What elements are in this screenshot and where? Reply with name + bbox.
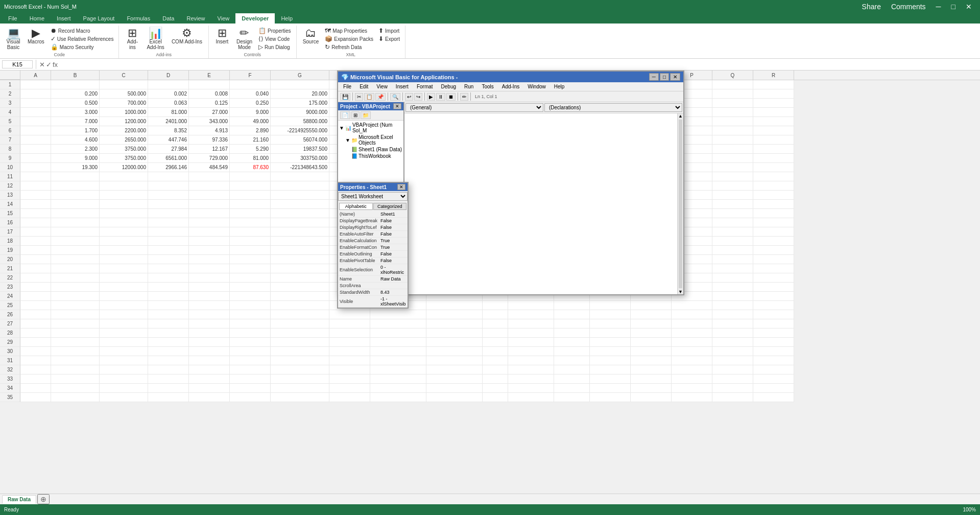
- cell-a1[interactable]: [20, 80, 51, 89]
- cell-j33[interactable]: [426, 374, 483, 384]
- cell-h28[interactable]: [329, 329, 370, 338]
- tab-developer[interactable]: Developer: [235, 13, 275, 24]
- tab-insert[interactable]: Insert: [51, 13, 77, 24]
- cell-f34[interactable]: [230, 384, 271, 393]
- cell-q10[interactable]: [712, 163, 753, 172]
- cell-c33[interactable]: [100, 374, 148, 384]
- cell-g21[interactable]: [271, 264, 329, 273]
- cell-b25[interactable]: [51, 301, 100, 310]
- vba-menu-edit[interactable]: Edit: [355, 83, 372, 90]
- cell-q22[interactable]: [712, 273, 753, 283]
- cell-r3[interactable]: [753, 99, 794, 108]
- cell-q21[interactable]: [712, 264, 753, 273]
- cell-f29[interactable]: [230, 338, 271, 347]
- cell-r18[interactable]: [753, 237, 794, 246]
- cell-p33[interactable]: [672, 374, 712, 384]
- cell-d29[interactable]: [148, 338, 189, 347]
- project-toggle-folders[interactable]: 📁: [361, 111, 371, 119]
- cell-g11[interactable]: [271, 172, 329, 181]
- cell-e34[interactable]: [189, 384, 230, 393]
- import-button[interactable]: ⬆ Import: [376, 27, 402, 35]
- cell-g15[interactable]: [271, 209, 329, 218]
- cell-a13[interactable]: [20, 191, 51, 200]
- cell-a15[interactable]: [20, 209, 51, 218]
- vba-menu-debug[interactable]: Debug: [437, 83, 460, 90]
- cell-e23[interactable]: [189, 283, 230, 292]
- cell-k31[interactable]: [483, 356, 508, 365]
- cell-l32[interactable]: [508, 365, 554, 374]
- cell-e25[interactable]: [189, 301, 230, 310]
- cell-b21[interactable]: [51, 264, 100, 273]
- prop-value[interactable]: 8.43: [379, 289, 408, 296]
- share-button[interactable]: Share: [858, 2, 885, 12]
- cell-e11[interactable]: [189, 172, 230, 181]
- cell-q30[interactable]: [712, 347, 753, 356]
- cell-f10[interactable]: 87.630: [230, 163, 271, 172]
- map-properties-button[interactable]: 🗺 Map Properties: [323, 27, 375, 35]
- cell-e4[interactable]: 27.000: [189, 108, 230, 117]
- cell-m28[interactable]: [554, 329, 590, 338]
- cell-r10[interactable]: [753, 163, 794, 172]
- design-mode-button[interactable]: ✏ DesignMode: [233, 27, 255, 51]
- cell-a22[interactable]: [20, 273, 51, 283]
- cell-h32[interactable]: [329, 365, 370, 374]
- cell-g17[interactable]: [271, 227, 329, 237]
- cell-h30[interactable]: [329, 347, 370, 356]
- prop-value[interactable]: True: [379, 238, 408, 244]
- cell-f13[interactable]: [230, 191, 271, 200]
- vba-general-combo[interactable]: (General): [405, 103, 543, 112]
- cell-r2[interactable]: [753, 89, 794, 99]
- cell-p31[interactable]: [672, 356, 712, 365]
- row-header-16[interactable]: 16: [0, 218, 20, 227]
- refresh-data-button[interactable]: ↻ Refresh Data: [323, 43, 375, 51]
- col-header-r[interactable]: R: [753, 71, 794, 80]
- cell-q12[interactable]: [712, 181, 753, 191]
- cell-a17[interactable]: [20, 227, 51, 237]
- name-box[interactable]: K15: [2, 60, 33, 68]
- cell-a9[interactable]: [20, 154, 51, 163]
- tab-help[interactable]: Help: [275, 13, 299, 24]
- cell-c27[interactable]: [100, 319, 148, 329]
- cell-a31[interactable]: [20, 356, 51, 365]
- cell-f33[interactable]: [230, 374, 271, 384]
- cell-o31[interactable]: [631, 356, 672, 365]
- cell-j26[interactable]: [426, 310, 483, 319]
- cell-f24[interactable]: [230, 292, 271, 301]
- cell-g10[interactable]: -221348643.500: [271, 163, 329, 172]
- cell-q23[interactable]: [712, 283, 753, 292]
- cell-d21[interactable]: [148, 264, 189, 273]
- cell-b33[interactable]: [51, 374, 100, 384]
- cell-a34[interactable]: [20, 384, 51, 393]
- cell-f5[interactable]: 49.000: [230, 117, 271, 126]
- cell-q6[interactable]: [712, 126, 753, 135]
- cell-e22[interactable]: [189, 273, 230, 283]
- cell-g12[interactable]: [271, 181, 329, 191]
- cell-d27[interactable]: [148, 319, 189, 329]
- cell-e31[interactable]: [189, 356, 230, 365]
- col-header-d[interactable]: D: [148, 71, 189, 80]
- cell-g29[interactable]: [271, 338, 329, 347]
- cell-g5[interactable]: 58800.000: [271, 117, 329, 126]
- cell-a33[interactable]: [20, 374, 51, 384]
- cell-o32[interactable]: [631, 365, 672, 374]
- cell-a20[interactable]: [20, 255, 51, 264]
- cell-f31[interactable]: [230, 356, 271, 365]
- cell-n35[interactable]: [590, 393, 631, 402]
- cell-r20[interactable]: [753, 255, 794, 264]
- cell-f27[interactable]: [230, 319, 271, 329]
- vba-menu-window[interactable]: Window: [523, 83, 550, 90]
- cell-f26[interactable]: [230, 310, 271, 319]
- cell-b35[interactable]: [51, 393, 100, 402]
- cell-g7[interactable]: 56074.000: [271, 135, 329, 145]
- cell-f35[interactable]: [230, 393, 271, 402]
- cell-d7[interactable]: 447.746: [148, 135, 189, 145]
- vba-minimize-button[interactable]: ─: [649, 73, 659, 81]
- cell-d13[interactable]: [148, 191, 189, 200]
- cell-c21[interactable]: [100, 264, 148, 273]
- cell-q34[interactable]: [712, 384, 753, 393]
- cell-d25[interactable]: [148, 301, 189, 310]
- cell-o26[interactable]: [631, 310, 672, 319]
- cell-q13[interactable]: [712, 191, 753, 200]
- cell-f15[interactable]: [230, 209, 271, 218]
- cell-g19[interactable]: [271, 246, 329, 255]
